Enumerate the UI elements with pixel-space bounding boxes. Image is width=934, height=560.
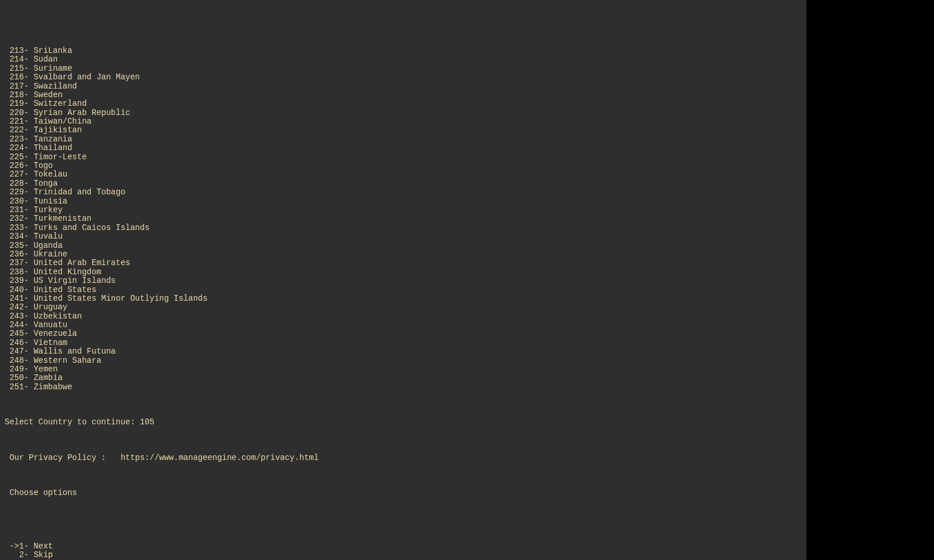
select-country-prompt: Select Country to continue: <box>5 417 140 427</box>
choose-options-label: Choose options <box>5 489 929 497</box>
option-item: ->1- Next <box>5 542 929 551</box>
blank-line <box>5 524 929 533</box>
country-item: 244- Vanuatu <box>5 321 929 329</box>
blank-line <box>5 436 929 444</box>
country-item: 247- Wallis and Futuna <box>5 347 929 356</box>
country-item: 224- Thailand <box>5 144 929 152</box>
country-item: 241- United States Minor Outlying Island… <box>5 294 929 303</box>
country-item: 245- Venezuela <box>5 329 929 338</box>
country-item: 237- United Arab Emirates <box>5 259 929 267</box>
country-item: 215- Suriname <box>5 64 929 73</box>
country-item: 223- Tanzania <box>5 135 929 144</box>
country-item: 240- United States <box>5 286 929 294</box>
country-item: 216- Svalbard and Jan Mayen <box>5 73 929 82</box>
country-item: 230- Tunisia <box>5 197 929 206</box>
terminal-output[interactable]: 213- SriLanka 214- Sudan 215- Suriname 2… <box>5 38 929 560</box>
privacy-url: https://www.manageengine.com/privacy.htm… <box>121 453 319 462</box>
country-item: 234- Tuvalu <box>5 232 929 241</box>
country-item: 232- Turkmenistan <box>5 214 929 223</box>
blank-line <box>5 471 929 480</box>
country-item: 248- Western Sahara <box>5 356 929 365</box>
country-item: 236- Ukraine <box>5 250 929 259</box>
privacy-line: Our Privacy Policy : https://www.managee… <box>5 454 929 462</box>
country-item: 228- Tonga <box>5 179 929 188</box>
option-item: 2- Skip <box>5 551 929 559</box>
country-item: 222- Tajikistan <box>5 126 929 135</box>
country-item: 238- United Kingdom <box>5 268 929 277</box>
country-item: 231- Turkey <box>5 206 929 214</box>
country-item: 250- Zambia <box>5 374 929 382</box>
options-list: ->1- Next 2- Skip 3- Cancel 4- Back <box>5 542 929 560</box>
country-item: 221- Taiwan/China <box>5 117 929 126</box>
country-item: 218- Sweden <box>5 91 929 99</box>
country-item: 239- US Virgin Islands <box>5 277 929 285</box>
country-item: 213- SriLanka <box>5 47 929 55</box>
country-item: 251- Zimbabwe <box>5 383 929 392</box>
country-item: 217- Swaziland <box>5 82 929 91</box>
select-country-value: 105 <box>140 417 154 427</box>
blank-line <box>5 507 929 515</box>
select-country-line: Select Country to continue: 105 <box>5 418 929 427</box>
country-item: 235- Uganda <box>5 241 929 250</box>
country-item: 242- Uruguay <box>5 303 929 312</box>
country-item: 220- Syrian Arab Republic <box>5 109 929 117</box>
country-item: 246- Vietnam <box>5 339 929 347</box>
country-item: 243- Uzbekistan <box>5 312 929 321</box>
country-item: 233- Turks and Caicos Islands <box>5 224 929 232</box>
blank-line <box>5 401 929 409</box>
country-item: 227- Tokelau <box>5 170 929 179</box>
privacy-label: Our Privacy Policy : <box>5 453 121 462</box>
country-item: 214- Sudan <box>5 55 929 64</box>
country-item: 225- Timor-Leste <box>5 153 929 162</box>
country-list: 213- SriLanka 214- Sudan 215- Suriname 2… <box>5 47 929 392</box>
country-item: 229- Trinidad and Tobago <box>5 188 929 197</box>
country-item: 226- Togo <box>5 162 929 170</box>
country-item: 249- Yemen <box>5 365 929 374</box>
country-item: 219- Switzerland <box>5 99 929 108</box>
